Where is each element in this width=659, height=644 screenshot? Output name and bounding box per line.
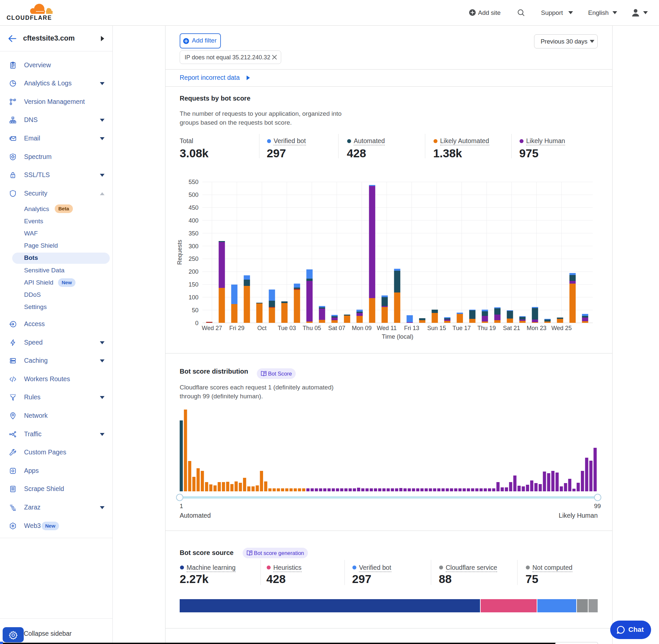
svg-text:250: 250	[189, 256, 198, 262]
svg-text:Requests: Requests	[176, 240, 183, 265]
svg-text:Tue 17: Tue 17	[453, 325, 471, 331]
svg-text:400: 400	[189, 217, 198, 224]
svg-text:100: 100	[189, 294, 198, 301]
svg-text:Time (local): Time (local)	[382, 333, 414, 340]
svg-text:Tue 03: Tue 03	[278, 325, 296, 331]
svg-text:50: 50	[192, 307, 198, 314]
svg-text:Thu 05: Thu 05	[303, 325, 321, 331]
svg-text:Oct: Oct	[257, 325, 266, 331]
svg-text:500: 500	[189, 191, 198, 198]
svg-text:Sat 21: Sat 21	[503, 325, 520, 331]
svg-text:Sun 15: Sun 15	[427, 325, 446, 331]
svg-text:150: 150	[189, 281, 198, 288]
svg-text:Wed 25: Wed 25	[551, 325, 572, 331]
svg-text:Sat 07: Sat 07	[328, 325, 346, 331]
svg-text:450: 450	[189, 204, 198, 211]
svg-text:Mon 23: Mon 23	[526, 325, 546, 331]
svg-text:550: 550	[189, 179, 198, 185]
svg-text:200: 200	[189, 269, 198, 275]
svg-text:Thu 19: Thu 19	[477, 325, 496, 331]
svg-text:Wed 11: Wed 11	[377, 325, 397, 331]
svg-text:300: 300	[189, 243, 198, 250]
svg-text:Fri 13: Fri 13	[404, 325, 419, 331]
svg-text:0: 0	[195, 320, 198, 326]
svg-text:350: 350	[189, 230, 198, 237]
svg-text:Wed 27: Wed 27	[202, 325, 222, 331]
svg-text:Fri 29: Fri 29	[230, 325, 244, 331]
svg-text:Mon 09: Mon 09	[352, 325, 372, 331]
